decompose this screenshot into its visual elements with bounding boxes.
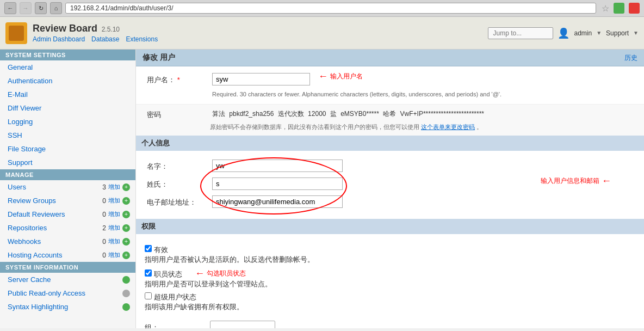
sidebar-filestorage-label: File Storage [8,145,46,153]
username-input[interactable] [212,73,310,85]
jump-input[interactable] [488,27,553,39]
default-reviewers-add-icon[interactable]: + [122,211,130,218]
active-checkbox[interactable] [145,245,152,252]
staff-label-text: 职员状态 [154,270,182,278]
active-block: 有效 指明用户是否被认为是活跃的。以反选代替删除帐号。 [145,245,635,265]
password-note: 原始密码不会存储到数据库，因此没有办法看到这个用户的密码，但您可以使用 这个表单… [145,123,635,131]
app-title-block: Review Board 2.5.10 Admin Dashboard Data… [33,23,488,43]
superuser-label-text: 超级用户状态 [154,293,196,301]
default-reviewers-count: 0 [102,211,106,218]
syntax-highlighting-label: Syntax Highlighting [8,303,68,311]
nav-database[interactable]: Database [91,35,119,43]
review-groups-right: 0 增加 + [102,197,130,205]
user-icon: 👤 [558,27,569,39]
personal-info-header: 个人信息 [136,136,644,151]
bookmark-icon[interactable]: ☆ [602,3,609,14]
first-name-field [212,160,633,172]
hash-value: VwF+IP************************ [400,110,484,118]
default-reviewers-add-label: 增加 [108,210,120,218]
iter-label: 迭代次数 [278,110,304,118]
sidebar-item-general[interactable]: General [0,60,135,74]
support-dropdown-icon: ▼ [633,30,639,36]
sidebar-item-webhooks[interactable]: Webhooks 0 增加 + [0,235,135,248]
first-name-row: 名字： [145,160,635,172]
nav-extensions[interactable]: Extensions [126,35,158,43]
app-logo-inner [9,26,24,41]
last-name-input[interactable] [212,177,343,190]
superuser-label-wrap[interactable]: 超级用户状态 [145,293,196,301]
sidebar-item-review-groups[interactable]: Review Groups 0 增加 + [0,194,135,207]
app-version: 2.5.10 [102,26,120,33]
review-groups-add-icon[interactable]: + [122,197,130,205]
sidebar-item-hosting-accounts[interactable]: Hosting Accounts 0 增加 + [0,248,135,262]
sidebar-item-default-reviewers[interactable]: Default Reviewers 0 增加 + [0,207,135,221]
groups-select[interactable] [210,321,275,328]
password-change-link[interactable]: 这个表单来更改密码 [421,124,475,130]
first-name-label: 名字： [147,160,212,171]
permissions-fields: 有效 指明用户是否被认为是活跃的。以反选代替删除帐号。 职员状态 ← 勾选职员状… [136,240,644,321]
sidebar-diff-label: Diff Viewer [8,104,41,112]
username-arrow-icon: ← [318,71,328,82]
sidebar-users-label: Users [8,183,26,191]
history-link[interactable]: 历史 [624,53,637,63]
sidebar-item-syntax-highlighting[interactable]: Syntax Highlighting [0,300,135,314]
personal-info-annotation-text: 输入用户信息和邮箱 [541,176,599,186]
app-logo [5,22,27,44]
ext-green-button[interactable] [614,3,624,14]
hosting-accounts-add-icon[interactable]: + [122,252,130,259]
email-label: 电子邮址地址： [147,195,212,207]
app-nav: Admin Dashboard Database Extensions [33,35,488,43]
username-label: 用户名： * [147,73,212,85]
forward-button[interactable]: → [20,2,32,14]
sidebar: SYSTEM SETTINGS General Authentication E… [0,50,136,328]
sidebar-item-support[interactable]: Support [0,156,135,169]
username-row: 用户名： * ← 输入用户名 [145,73,635,85]
email-input[interactable] [212,195,343,208]
password-section: 密码 算法 pbkdf2_sha256 迭代次数 12000 盐 eMSYB0*… [136,104,644,136]
repositories-add-icon[interactable]: + [122,224,130,232]
review-groups-count: 0 [102,197,106,205]
sidebar-item-authentication[interactable]: Authentication [0,74,135,88]
review-groups-add-label: 增加 [108,197,120,205]
username-annotation-text: 输入用户名 [330,72,363,81]
sidebar-ssh-label: SSH [8,131,22,139]
sidebar-item-users[interactable]: Users 3 增加 + [0,180,135,194]
public-readonly-status [122,290,130,297]
sidebar-item-server-cache[interactable]: Server Cache [0,273,135,286]
sidebar-item-file-storage[interactable]: File Storage [0,142,135,156]
repositories-right: 2 增加 + [102,224,130,232]
webhooks-add-icon[interactable]: + [122,238,130,246]
superuser-checkbox[interactable] [145,292,152,299]
ext-red-button[interactable] [629,3,640,14]
syntax-highlighting-status [122,303,130,311]
sidebar-item-ssh[interactable]: SSH [0,128,135,142]
back-button[interactable]: ← [4,2,16,14]
refresh-button[interactable]: ↻ [35,2,47,14]
iter-value: 12000 [308,110,326,118]
browser-chrome: ← → ↻ ⌂ 192.168.2.41/admin/db/auth/user/… [0,0,644,17]
staff-label-wrap[interactable]: 职员状态 [145,270,184,278]
first-name-input[interactable] [212,160,343,172]
nav-dashboard[interactable]: Admin Dashboard [33,35,85,43]
staff-checkbox[interactable] [145,269,152,277]
sidebar-item-repositories[interactable]: Repositories 2 增加 + [0,221,135,235]
address-bar[interactable]: 192.168.2.41/admin/db/auth/user/3/ [65,3,596,14]
personal-info-arrow-icon: ← [602,175,611,187]
users-add-icon[interactable]: + [122,183,130,191]
active-label-wrap[interactable]: 有效 [145,246,168,254]
sidebar-item-public-readonly[interactable]: Public Read-only Access [0,286,135,300]
home-button[interactable]: ⌂ [50,2,62,14]
public-readonly-label: Public Read-only Access [8,289,85,297]
default-reviewers-right: 0 增加 + [102,210,130,218]
sidebar-item-email[interactable]: E-Mail [0,88,135,101]
groups-select-wrap: + [210,321,275,328]
manage-title: MANAGE [0,169,135,180]
header-right: 👤 admin ▼ Support ▼ [488,27,639,39]
support-menu[interactable]: Support [606,29,629,37]
permissions-header: 权限 [136,219,644,234]
sidebar-item-logging[interactable]: Logging [0,115,135,128]
hosting-accounts-label: Hosting Accounts [8,251,62,259]
sidebar-item-diff-viewer[interactable]: Diff Viewer [0,101,135,115]
groups-row: 组： + [136,321,644,328]
user-menu[interactable]: admin [574,29,592,37]
